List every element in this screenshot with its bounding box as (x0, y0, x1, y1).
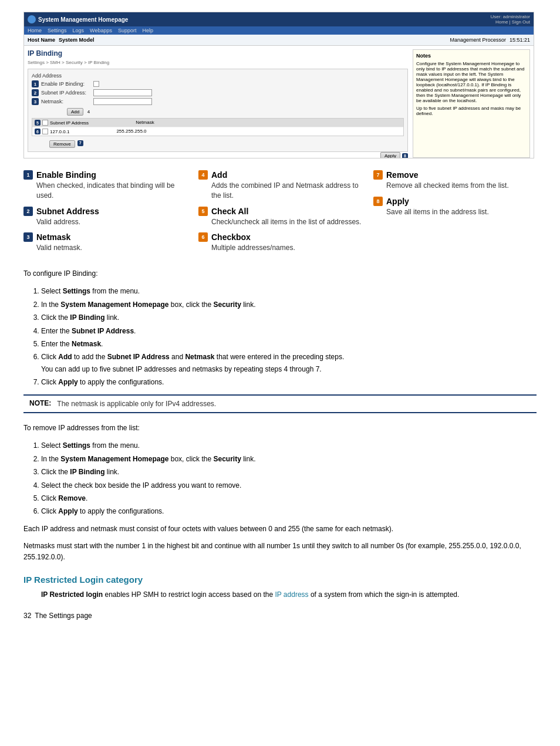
item-5-header: 5 Check All (198, 207, 362, 216)
form-row-subnet: 2 Subnet IP Address: (32, 89, 404, 96)
netmask-label: Netmask: (41, 99, 91, 104)
configure-step-1: Select Settings from the menu. (41, 285, 537, 297)
add-button[interactable]: Add (67, 108, 83, 116)
row1-netmask: 255.255.255.0 (116, 129, 146, 134)
step4-bold: Subnet IP Address (72, 327, 134, 335)
item-4: 4 Add Adds the combined IP and Netmask a… (198, 170, 362, 201)
items-col-3: 7 Remove Remove all checked items from t… (373, 170, 537, 259)
item-8-num: 8 (373, 197, 383, 206)
item-1-title: Enable Binding (36, 170, 96, 180)
item-7-desc: Remove all checked items from the list. (386, 181, 537, 191)
nav-webapps[interactable]: Webapps (90, 28, 112, 33)
nav-logs[interactable]: Logs (73, 28, 85, 33)
form-row-add-address: Add Address (32, 73, 404, 79)
num-badge-2: 2 (32, 89, 39, 96)
items-col-2: 4 Add Adds the combined IP and Netmask a… (198, 170, 362, 259)
smh-main-content: IP Binding Settings > SMH > Security > I… (24, 46, 534, 158)
nav-settings[interactable]: Settings (48, 28, 67, 33)
item-4-header: 4 Add (198, 170, 362, 180)
system-model-label: System Model (59, 37, 95, 43)
step3-bold: IP Binding (70, 313, 104, 322)
item-4-desc: Adds the combined IP and Netmask address… (211, 181, 362, 201)
ip-restricted-bold: IP Restricted login (41, 590, 103, 599)
rem-step2-bold1: System Management Homepage (60, 455, 168, 463)
item-8-title: Apply (386, 197, 409, 206)
note-box: NOTE: The netmask is applicable only for… (23, 394, 537, 414)
item-5-desc: Check/uncheck all items in the list of a… (211, 217, 362, 227)
add-address-label: Add Address (32, 73, 82, 79)
num-badge-5: 5 (35, 120, 41, 126)
smh-links[interactable]: Home | Sign Out (490, 19, 530, 25)
configure-step-5: Enter the Netmask. (41, 338, 537, 350)
num-badge-7: 7 (77, 140, 83, 146)
check-all-header: 5 Subnet IP Address (35, 120, 89, 126)
subnet-label: Subnet IP Address: (41, 90, 91, 96)
enable-binding-checkbox[interactable] (93, 81, 99, 87)
remove-step-6: Click Apply to apply the configurations. (41, 505, 537, 517)
page-footer: 32 The Settings page (23, 612, 537, 620)
nav-support[interactable]: Support (118, 28, 137, 33)
remove-step-4: Select the check box beside the IP addre… (41, 480, 537, 491)
col-netmask-header: Netmask (136, 120, 154, 126)
notes-bullet2: Up to five subnet IP addresses and masks… (416, 106, 527, 116)
ip-restricted-body: IP Restricted login enables HP SMH to re… (41, 589, 537, 600)
configure-step-4: Enter the Subnet IP Address. (41, 325, 537, 337)
item-8: 8 Apply Save all items in the address li… (373, 197, 537, 217)
btn-add-row: Add 4 (32, 107, 404, 116)
remove-step-5: Click Remove. (41, 492, 537, 504)
smh-table-header: 5 Subnet IP Address Netmask (32, 119, 403, 127)
item-4-title: Add (211, 170, 227, 180)
step5-bold: Netmask (72, 340, 101, 348)
item-4-num: 4 (198, 170, 208, 180)
item-7-title: Remove (386, 170, 418, 180)
remove-step-3: Click the IP Binding link. (41, 466, 537, 478)
screenshot-box: System Management Homepage User: adminis… (23, 12, 534, 158)
item-2-header: 2 Subnet Address (23, 207, 187, 216)
configure-step-7: Click Apply to apply the configurations. (41, 376, 537, 388)
extra-para-2: Netmasks must start with the number 1 in… (23, 541, 537, 563)
page-container: System Management Homepage User: adminis… (0, 0, 560, 643)
row1-subnet: 127.0.0.1 (50, 129, 69, 134)
item-1-desc: When checked, indicates that binding wil… (36, 181, 187, 201)
remove-steps: Select Settings from the menu. In the Sy… (41, 440, 537, 517)
remove-section-intro: To remove IP addresses from the list: (23, 423, 537, 434)
subnet-input[interactable] (93, 89, 152, 96)
remove-step-2: In the System Management Homepage box, c… (41, 453, 537, 465)
row1-checkbox[interactable] (42, 129, 48, 134)
ip-address-link[interactable]: IP address (275, 590, 308, 599)
item-7-num: 7 (373, 170, 383, 180)
num-badge-3: 3 (32, 98, 39, 105)
step6-bold3: Netmask (185, 353, 214, 361)
item-2-title: Subnet Address (36, 207, 99, 216)
apply-button[interactable]: Apply (380, 152, 400, 158)
note-text: The netmask is applicable only for IPv4 … (57, 399, 216, 409)
item-6-title: Checkbox (211, 232, 251, 242)
smh-notes-panel: Notes Configure the System Management Ho… (413, 49, 530, 158)
configure-step-2: In the System Management Homepage box, c… (41, 299, 537, 310)
note-label: NOTE: (29, 399, 51, 407)
item-3-title: Netmask (36, 232, 70, 242)
item-3-header: 3 Netmask (23, 232, 187, 242)
check-all-checkbox[interactable] (42, 120, 48, 126)
step2-bold2: Security (213, 301, 241, 309)
nav-home[interactable]: Home (28, 28, 42, 33)
mgmt-processor-label: Management Processor (450, 37, 506, 43)
configure-steps: Select Settings from the menu. In the Sy… (41, 285, 537, 388)
netmask-input[interactable] (93, 98, 152, 105)
remove-button[interactable]: Remove (49, 140, 75, 148)
item-8-desc: Save all items in the address list. (386, 207, 537, 217)
smh-breadcrumb[interactable]: Settings > SMH > Security > IP Binding (28, 60, 408, 65)
smh-title: System Management Homepage (38, 16, 128, 23)
time-display: 15:51:21 (510, 37, 530, 43)
remove-intro: To remove IP addresses from the list: (23, 423, 537, 434)
apply-row: Apply 8 (380, 152, 408, 158)
page-number: 32 (23, 612, 31, 620)
items-grid: 1 Enable Binding When checked, indicates… (23, 170, 537, 259)
nav-help[interactable]: Help (142, 28, 153, 33)
configure-step-3: Click the IP Binding link. (41, 312, 537, 323)
ip-restricted-text2: of a system from which the sign-in is at… (309, 590, 460, 599)
item-2-desc: Valid address. (36, 217, 187, 227)
page-label: The Settings page (35, 612, 92, 620)
ip-restricted-section: IP Restricted Login category IP Restrict… (23, 575, 537, 600)
form-row-enable: 1 Enable IP Binding: (32, 80, 404, 87)
